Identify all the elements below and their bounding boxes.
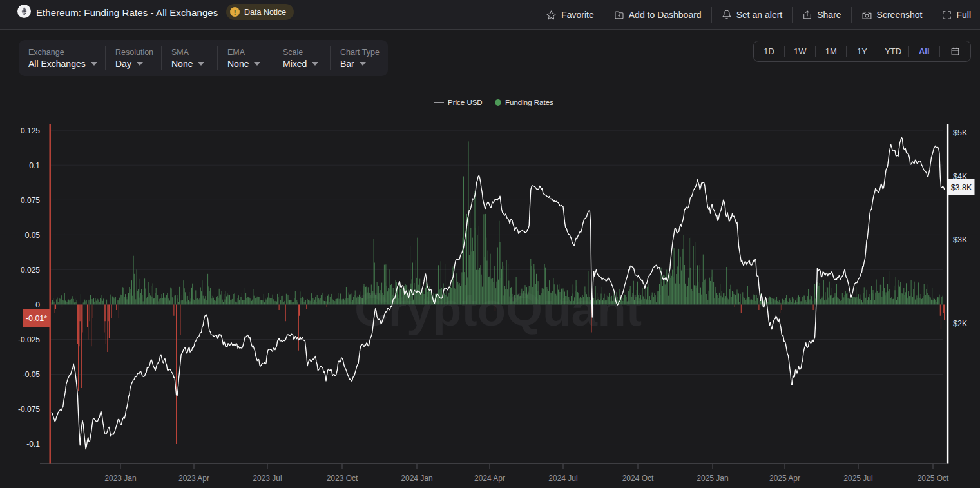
svg-text:-0.1: -0.1 [26,440,40,449]
svg-text:$2K: $2K [953,319,968,328]
svg-text:2023 Apr: 2023 Apr [178,474,209,483]
svg-text:2023 Jul: 2023 Jul [253,474,282,483]
svg-text:0.125: 0.125 [21,126,40,135]
svg-text:0.025: 0.025 [21,266,40,275]
svg-text:-0.05: -0.05 [23,370,41,379]
svg-text:2025 Jan: 2025 Jan [697,474,728,483]
svg-text:0: 0 [35,300,40,309]
svg-text:$3.8K: $3.8K [951,183,972,192]
svg-text:-0.075: -0.075 [18,405,40,414]
svg-text:$5K: $5K [953,128,968,137]
svg-text:2023 Jan: 2023 Jan [104,474,136,483]
svg-text:2025 Oct: 2025 Oct [918,474,949,483]
svg-text:0.05: 0.05 [25,231,41,240]
svg-text:$3K: $3K [953,235,968,244]
svg-text:2024 Oct: 2024 Oct [622,474,654,483]
svg-text:2024 Apr: 2024 Apr [474,474,505,483]
svg-text:2025 Apr: 2025 Apr [769,474,800,483]
svg-text:-0.01*: -0.01* [26,314,47,323]
svg-text:2024 Jul: 2024 Jul [548,474,577,483]
svg-text:0.1: 0.1 [29,161,40,170]
svg-text:2025 Jul: 2025 Jul [843,474,872,483]
svg-text:0.075: 0.075 [21,196,40,205]
svg-text:-0.025: -0.025 [18,335,40,344]
svg-text:2023 Oct: 2023 Oct [327,474,358,483]
svg-text:2024 Jan: 2024 Jan [401,474,432,483]
